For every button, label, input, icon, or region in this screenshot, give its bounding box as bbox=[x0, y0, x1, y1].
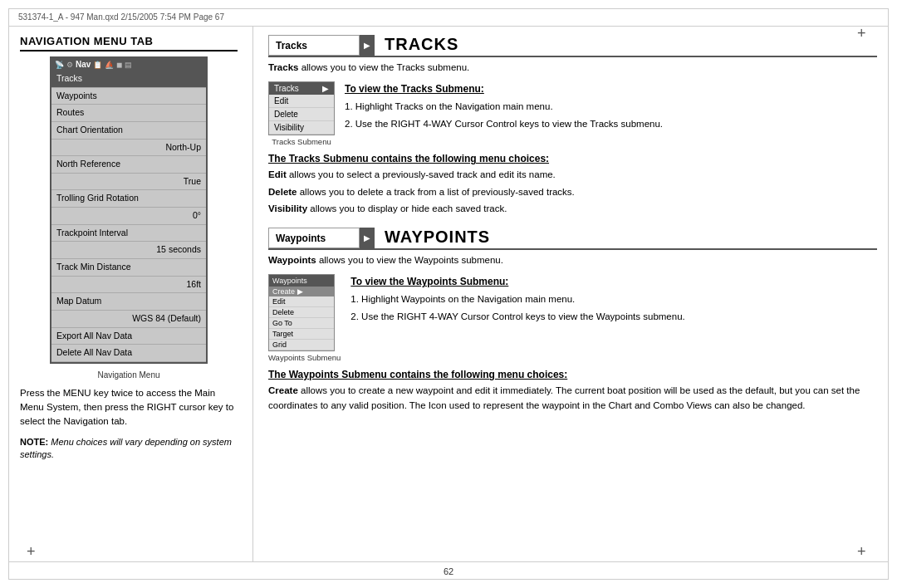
left-body-text: Press the MENU key twice to access the M… bbox=[20, 386, 238, 429]
nav-menu-item-chart-orientation[interactable]: Chart Orientation bbox=[51, 122, 206, 140]
nav-menu-item-track-min[interactable]: Track Min Distance bbox=[51, 259, 206, 277]
tracks-title: TRACKS bbox=[375, 35, 877, 56]
note-text: Menu choices will vary depending on syst… bbox=[20, 437, 232, 459]
waypoints-submenu-header: To view the Waypoints Submenu: bbox=[350, 274, 877, 289]
waypoints-submenu-create: Create ▶ bbox=[269, 287, 334, 296]
nav-menu-item-waypoints[interactable]: Waypoints bbox=[51, 88, 206, 105]
panel-divider bbox=[252, 27, 253, 561]
nav-menu-item-trackpoint[interactable]: Trackpoint Interval bbox=[51, 225, 206, 243]
tracks-step-2: 2. Use the RIGHT 4-WAY Cursor Control ke… bbox=[345, 117, 877, 131]
tracks-submenu-img: Tracks ▶ Edit Delete Visibility Tracks S… bbox=[268, 81, 335, 146]
waypoints-choices-header: The Waypoints Submenu contains the follo… bbox=[268, 369, 877, 380]
waypoints-label: Waypoints bbox=[268, 228, 360, 248]
waypoints-choice-create: Create allows you to create a new waypoi… bbox=[268, 384, 877, 413]
tracks-step-1: 1. Highlight Tracks on the Navigation ma… bbox=[345, 100, 877, 114]
waypoints-submenu-goto: Go To bbox=[269, 318, 334, 329]
tracks-choices-header: The Tracks Submenu contains the followin… bbox=[268, 153, 877, 164]
tracks-submenu-title: Tracks ▶ bbox=[269, 82, 334, 95]
nav-menu-topbar: 📡 ⚙ Nav 📋 ⛵ ◼ ▤ bbox=[51, 58, 206, 71]
tracks-submenu-caption: Tracks Submenu bbox=[268, 137, 335, 146]
waypoints-submenu-delete: Delete bbox=[269, 307, 334, 318]
nav-menu-item-routes[interactable]: Routes bbox=[51, 105, 206, 122]
nav-menu-item-16ft: 16ft bbox=[51, 277, 206, 294]
waypoints-submenu-edit: Edit bbox=[269, 296, 334, 307]
nav-menu-item-tracks[interactable]: Tracks bbox=[51, 71, 206, 88]
waypoints-submenu-img: Waypoints Create ▶ Edit Delete Go To Tar… bbox=[268, 274, 341, 362]
waypoints-submenu-row: Waypoints Create ▶ Edit Delete Go To Tar… bbox=[268, 274, 877, 362]
left-panel: NAVIGATION MENU TAB 📡 ⚙ Nav 📋 ⛵ ◼ ▤ Trac… bbox=[8, 27, 249, 561]
nav-menu-container: 📡 ⚙ Nav 📋 ⛵ ◼ ▤ Tracks Waypoints Routes … bbox=[50, 56, 208, 364]
nav-menu-item-export[interactable]: Export All Nav Data bbox=[51, 328, 206, 345]
nav-topbar-icon4: ⛵ bbox=[105, 61, 114, 69]
waypoints-title: WAYPOINTS bbox=[375, 228, 877, 248]
tracks-submenu-visibility: Visibility bbox=[269, 121, 334, 135]
waypoints-arrow: ▶ bbox=[360, 228, 375, 248]
left-note: NOTE: Menu choices will vary depending o… bbox=[20, 436, 238, 462]
nav-topbar-nav-label: Nav bbox=[76, 60, 91, 69]
right-panel: Tracks ▶ TRACKS Tracks allows you to vie… bbox=[257, 27, 889, 561]
page-header: 531374-1_A - 947 Man.qxd 2/15/2005 7:54 … bbox=[8, 8, 889, 27]
nav-menu-item-15sec: 15 seconds bbox=[51, 242, 206, 259]
note-label: NOTE: bbox=[20, 437, 48, 447]
waypoints-step-1: 1. Highlight Waypoints on the Navigation… bbox=[350, 292, 877, 306]
tracks-submenu-desc: To view the Tracks Submenu: 1. Highlight… bbox=[345, 81, 877, 146]
nav-menu-item-0deg: 0° bbox=[51, 208, 206, 225]
tracks-arrow: ▶ bbox=[360, 35, 375, 56]
tracks-submenu-box: Tracks ▶ Edit Delete Visibility bbox=[268, 81, 335, 135]
waypoints-submenu-title: Waypoints bbox=[269, 275, 334, 287]
tracks-choice-visibility: Visibility allows you to display or hide… bbox=[268, 202, 877, 216]
tracks-label: Tracks bbox=[268, 35, 360, 56]
waypoints-step-2: 2. Use the RIGHT 4-WAY Cursor Control ke… bbox=[350, 310, 877, 324]
waypoints-submenu-desc: To view the Waypoints Submenu: 1. Highli… bbox=[350, 274, 877, 362]
waypoints-submenu-target: Target bbox=[269, 329, 334, 340]
nav-topbar-icon6: ▤ bbox=[125, 61, 132, 69]
tracks-section: Tracks ▶ TRACKS Tracks allows you to vie… bbox=[268, 35, 877, 216]
nav-topbar-icon2: ⚙ bbox=[66, 61, 73, 69]
tracks-submenu-edit: Edit bbox=[269, 95, 334, 108]
waypoints-section: Waypoints ▶ WAYPOINTS Waypoints allows y… bbox=[268, 228, 877, 413]
tracks-submenu-row: Tracks ▶ Edit Delete Visibility Tracks S… bbox=[268, 81, 877, 146]
nav-topbar-icon: 📡 bbox=[55, 61, 64, 69]
left-section-title: NAVIGATION MENU TAB bbox=[20, 35, 238, 51]
nav-menu-item-wgs84: WGS 84 (Default) bbox=[51, 311, 206, 328]
nav-menu-item-trolling[interactable]: Trolling Grid Rotation bbox=[51, 190, 206, 208]
page-number: 62 bbox=[444, 566, 453, 576]
nav-menu-item-true: True bbox=[51, 174, 206, 191]
nav-menu-item-delete[interactable]: Delete All Nav Data bbox=[51, 345, 206, 362]
nav-menu-item-map-datum[interactable]: Map Datum bbox=[51, 293, 206, 311]
waypoints-desc: Waypoints allows you to view the Waypoin… bbox=[268, 253, 877, 267]
nav-menu-item-north-ref[interactable]: North Reference bbox=[51, 156, 206, 174]
header-text: 531374-1_A - 947 Man.qxd 2/15/2005 7:54 … bbox=[18, 12, 224, 22]
tracks-choice-delete: Delete allows you to delete a track from… bbox=[268, 185, 877, 199]
waypoints-submenu-grid: Grid bbox=[269, 340, 334, 350]
nav-topbar-icon3: 📋 bbox=[93, 61, 102, 69]
nav-menu-caption: Navigation Menu bbox=[97, 370, 159, 380]
tracks-submenu-delete: Delete bbox=[269, 108, 334, 121]
tracks-submenu-header: To view the Tracks Submenu: bbox=[345, 81, 877, 96]
waypoints-submenu-box: Waypoints Create ▶ Edit Delete Go To Tar… bbox=[268, 274, 335, 351]
nav-topbar-icon5: ◼ bbox=[116, 61, 122, 69]
main-content: NAVIGATION MENU TAB 📡 ⚙ Nav 📋 ⛵ ◼ ▤ Trac… bbox=[8, 27, 889, 561]
tracks-desc: Tracks allows you to view the Tracks sub… bbox=[268, 61, 877, 75]
tracks-choice-edit: Edit allows you to select a previously-s… bbox=[268, 168, 877, 182]
page-footer: 62 bbox=[8, 561, 889, 580]
nav-menu-item-north-up: North-Up bbox=[51, 140, 206, 157]
waypoints-submenu-caption: Waypoints Submenu bbox=[268, 353, 341, 362]
